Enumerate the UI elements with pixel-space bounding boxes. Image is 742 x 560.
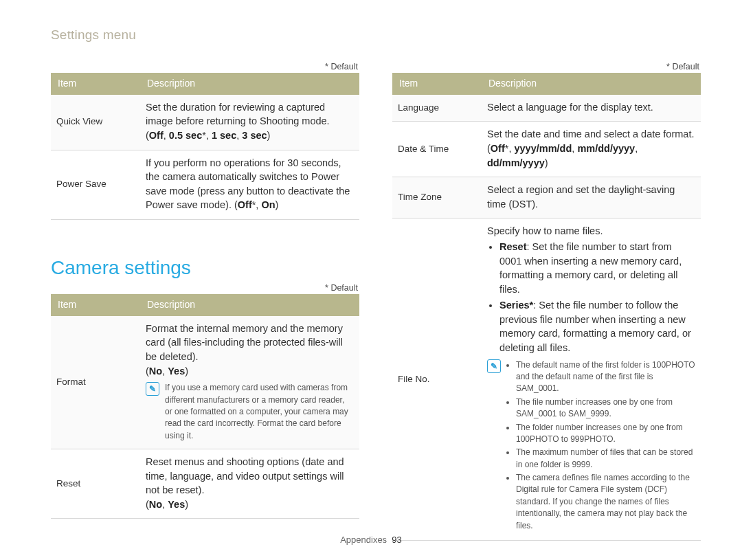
- col-header-desc: Description: [140, 294, 359, 316]
- note-icon: ✎: [487, 359, 501, 373]
- page-number: 93: [392, 535, 401, 545]
- table-row: Reset Reset menus and shooting options (…: [51, 449, 359, 519]
- col-header-desc: Description: [482, 73, 701, 95]
- two-column-layout: * Default Item Description Quick View Se…: [51, 62, 701, 541]
- list-item: Series*: Set the file number to follow t…: [499, 298, 695, 355]
- note-block: ✎ If you use a memory card used with cam…: [146, 382, 354, 442]
- desc-text: Set the date and time and select a date …: [487, 128, 694, 139]
- note-block: ✎ The default name of the first folder i…: [487, 359, 695, 533]
- table-row: Format Format the internal memory and th…: [51, 316, 359, 449]
- desc-text: Reset menus and shooting options (date a…: [146, 456, 344, 495]
- table-row: Power Save If you perform no operations …: [51, 150, 359, 219]
- cell-item: Power Save: [51, 150, 140, 219]
- cell-item: Date & Time: [392, 122, 482, 177]
- option-list: Reset: Set the file number to start from…: [487, 240, 695, 355]
- cell-item: Quick View: [51, 95, 140, 150]
- note-text: If you use a memory card used with camer…: [165, 382, 354, 442]
- footer-section: Appendixes: [340, 535, 387, 545]
- manual-page: { "crumb": "Settings menu", "default_lab…: [0, 0, 742, 560]
- note-list: The default name of the first folder is …: [506, 359, 695, 533]
- cell-desc: If you perform no operations for 30 seco…: [140, 150, 359, 219]
- list-item: Reset: Set the file number to start from…: [499, 240, 695, 296]
- cell-desc: Specify how to name files. Reset: Set th…: [482, 219, 701, 541]
- desc-text: Specify how to name files.: [487, 225, 603, 236]
- default-note: * Default: [392, 62, 701, 71]
- col-header-item: Item: [51, 294, 140, 316]
- col-header-desc: Description: [140, 73, 359, 95]
- cell-desc: Format the internal memory and the memor…: [140, 316, 359, 449]
- desc-text: Format the internal memory and the memor…: [146, 323, 343, 362]
- cell-desc: Select a language for the display text.: [482, 95, 701, 122]
- left-column: * Default Item Description Quick View Se…: [51, 62, 359, 541]
- page-footer: Appendixes 93: [0, 535, 742, 545]
- cell-item: Reset: [51, 449, 140, 519]
- desc-text: Set the duration for reviewing a capture…: [146, 102, 330, 127]
- settings-table-camera: Item Description Format Format the inter…: [51, 294, 359, 519]
- table-row: Time Zone Select a region and set the da…: [392, 177, 701, 219]
- col-header-item: Item: [392, 73, 482, 95]
- breadcrumb: Settings menu: [51, 27, 701, 43]
- cell-item: Language: [392, 95, 482, 122]
- desc-tail: ): [276, 199, 279, 210]
- cell-desc: Reset menus and shooting options (date a…: [140, 449, 359, 519]
- table-row: Language Select a language for the displ…: [392, 95, 701, 122]
- section-heading-camera-settings: Camera settings: [51, 257, 359, 279]
- list-item: The folder number increases one by one f…: [516, 422, 695, 446]
- cell-item: Time Zone: [392, 177, 482, 219]
- list-item: The default name of the first folder is …: [516, 359, 695, 395]
- default-note: * Default: [51, 283, 359, 293]
- options-text: No: [149, 499, 162, 510]
- options-text: Off: [149, 130, 164, 141]
- options-text: Off: [238, 199, 252, 210]
- right-column: * Default Item Description Language Sele…: [392, 62, 701, 541]
- note-icon: ✎: [146, 382, 159, 396]
- table-row: Quick View Set the duration for reviewin…: [51, 95, 359, 150]
- options-text: No: [149, 366, 162, 377]
- table-row: Date & Time Set the date and time and se…: [392, 122, 701, 177]
- cell-desc: Select a region and set the daylight-sav…: [482, 177, 701, 219]
- table-row: File No. Specify how to name files. Rese…: [392, 219, 701, 541]
- list-item: The file number increases one by one fro…: [516, 396, 695, 421]
- list-item: The camera defines file names according …: [516, 472, 695, 532]
- cell-desc: Set the duration for reviewing a capture…: [140, 95, 359, 150]
- settings-table-top: Item Description Quick View Set the dura…: [51, 73, 359, 220]
- cell-desc: Set the date and time and select a date …: [482, 122, 701, 177]
- settings-table-right: Item Description Language Select a langu…: [392, 73, 701, 541]
- cell-item: File No.: [392, 219, 482, 541]
- cell-item: Format: [51, 316, 140, 449]
- default-note: * Default: [51, 62, 359, 71]
- options-text: Off: [491, 143, 505, 154]
- col-header-item: Item: [51, 73, 140, 95]
- list-item: The maximum number of files that can be …: [516, 447, 695, 471]
